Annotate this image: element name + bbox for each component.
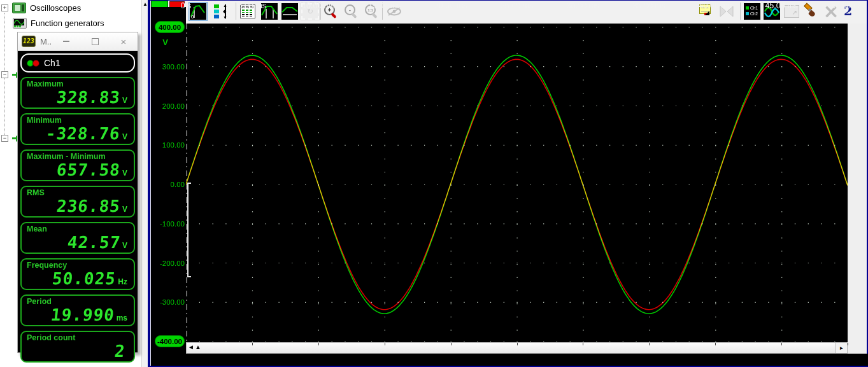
scrollbar-grid-tick bbox=[781, 343, 782, 345]
scrollbar-grid-tick bbox=[252, 343, 253, 345]
y-axis-tick-label: -200.00 bbox=[153, 260, 185, 267]
maximize-button[interactable] bbox=[90, 36, 100, 46]
measurement-value: 19.990 bbox=[50, 305, 115, 324]
measurement-label: Frequency bbox=[27, 261, 129, 270]
collapse-icon[interactable]: − bbox=[1, 135, 8, 142]
measurement-value: 50.025 bbox=[52, 269, 117, 288]
measurement-value-row: 328.83V bbox=[57, 88, 127, 107]
scrollbar-grid-tick bbox=[318, 343, 319, 345]
trigger-position-marker-icon[interactable]: ▲ bbox=[195, 343, 201, 350]
measurement-label: Mean bbox=[27, 225, 129, 233]
measurement-value-row: 236.85V bbox=[57, 197, 127, 216]
red-led-icon bbox=[32, 60, 39, 67]
x-axis-tick-label: 35.00 ms bbox=[620, 1, 678, 10]
x-axis-tick-label: 40.00 ms bbox=[687, 1, 744, 10]
measurement-value: 328.83 bbox=[55, 88, 121, 107]
measurement-value: 236.85 bbox=[55, 197, 121, 216]
x-axis-tick-label: 30.00 ms bbox=[554, 1, 611, 10]
x-axis-tick-label: 10.00 ms bbox=[290, 1, 347, 10]
plot-area[interactable] bbox=[186, 24, 848, 342]
y-axis-unit: V bbox=[151, 38, 180, 47]
measurement-block: Maximum 328.83V bbox=[20, 77, 135, 109]
oscilloscope-icon bbox=[12, 3, 26, 13]
window-border bbox=[148, 0, 868, 1]
scrollbar-grid-tick bbox=[649, 343, 650, 345]
x-axis-tick-label: 0 s bbox=[157, 1, 215, 10]
grid-dots bbox=[199, 27, 848, 342]
measurement-unit: Hz bbox=[118, 277, 127, 286]
scrollbar-grid-tick bbox=[517, 343, 518, 345]
x-axis-tick-label: 50.00 ms bbox=[819, 1, 868, 10]
measurement-value-row: 2 bbox=[115, 342, 127, 361]
minimize-button[interactable] bbox=[61, 36, 71, 46]
expand-icon[interactable]: + bbox=[1, 4, 8, 11]
x-axis-tick-label: 20.00 ms bbox=[422, 1, 480, 10]
measurement-block: Period 19.990ms bbox=[20, 294, 135, 326]
y-axis-tick-label: 100.00 bbox=[153, 141, 185, 149]
close-button[interactable]: × bbox=[118, 36, 129, 46]
app-window: + Oscilloscopes Function generators − − … bbox=[0, 0, 868, 367]
measurement-label: Maximum bbox=[27, 80, 129, 88]
scrollbar-grid-tick bbox=[848, 343, 848, 345]
measurement-block: Maximum - Minimum 657.58V bbox=[20, 149, 135, 181]
graph-window: 0 ▲ ◆ ▼ bbox=[148, 0, 868, 367]
scroll-right-icon[interactable]: ► bbox=[836, 343, 847, 353]
channel-name: Ch1 bbox=[44, 58, 60, 68]
measurement-unit: V bbox=[122, 96, 127, 105]
meter-body: Ch1 Maximum 328.83V Minimum -328.76V Max… bbox=[18, 51, 138, 363]
meter-window-title: M.. bbox=[40, 37, 52, 46]
channel-header: Ch1 bbox=[20, 53, 135, 73]
collapse-icon[interactable]: − bbox=[1, 71, 8, 78]
measurement-label: Period bbox=[27, 297, 129, 306]
x-axis-tick-label: 45.00 ms bbox=[753, 1, 810, 10]
scrollbar-grid-tick bbox=[385, 343, 385, 345]
y-axis-tick-label: -100.00 bbox=[153, 220, 185, 228]
measurement-block: RMS 236.85V bbox=[20, 186, 135, 218]
measurement-unit: V bbox=[122, 132, 127, 141]
measurement-unit: V bbox=[122, 169, 127, 177]
measurement-block: Mean 42.57V bbox=[20, 222, 135, 254]
measurement-unit: ms bbox=[117, 314, 127, 322]
scrollbar-grid-tick bbox=[451, 343, 452, 345]
tree-item-label[interactable]: Oscilloscopes bbox=[30, 3, 81, 13]
y-axis-tick-label: 200.00 bbox=[153, 102, 185, 110]
scrollbar-grid-tick bbox=[583, 343, 583, 345]
window-border bbox=[148, 0, 150, 367]
time-scrollbar[interactable]: ◄ ▲ ► bbox=[186, 342, 848, 354]
measurement-value-row: 50.025Hz bbox=[52, 269, 127, 288]
tree-item-oscilloscopes[interactable]: + Oscilloscopes bbox=[1, 3, 81, 13]
measurement-value: 2 bbox=[114, 342, 127, 361]
measurement-unit: V bbox=[122, 241, 127, 250]
function-generator-icon bbox=[13, 18, 27, 29]
meter-123-icon: 123 bbox=[22, 36, 36, 47]
trigger-left-marker-icon[interactable]: ◄ bbox=[188, 343, 194, 350]
measurement-block: Minimum -328.76V bbox=[20, 113, 135, 145]
x-axis-tick-label: 25.00 ms bbox=[488, 1, 546, 10]
meter-titlebar[interactable]: 123 M.. × bbox=[18, 32, 138, 51]
measurement-block: Period count 2 bbox=[20, 331, 135, 363]
tree-item-label[interactable]: Function generators bbox=[31, 18, 104, 28]
measurement-label: Maximum - Minimum bbox=[27, 152, 129, 161]
measurement-value-row: 42.57V bbox=[68, 233, 127, 252]
measurement-value-row: 657.58V bbox=[57, 160, 127, 179]
measurement-label: Minimum bbox=[27, 116, 129, 125]
measurement-value-row: 19.990ms bbox=[51, 305, 127, 324]
measurement-value: 42.57 bbox=[66, 233, 121, 252]
svg-text:0: 0 bbox=[191, 14, 194, 20]
measurement-value: 657.58 bbox=[55, 160, 121, 179]
measurement-value-row: -328.76V bbox=[46, 124, 127, 143]
scrollbar-grid-tick bbox=[715, 343, 716, 345]
y-axis-tick-label: -300.00 bbox=[153, 298, 185, 306]
measurement-label: RMS bbox=[27, 188, 129, 197]
measurement-value: -328.76 bbox=[45, 124, 122, 143]
tree-item-function-generators[interactable]: Function generators bbox=[13, 18, 104, 29]
y-axis-max-badge: 400.00 bbox=[155, 21, 185, 33]
channel-range-bracket[interactable] bbox=[188, 183, 191, 277]
plot-right-margin bbox=[848, 24, 867, 354]
meter-window: 123 M.. × Ch1 Maximum 328.83V Minimum -3… bbox=[17, 32, 138, 353]
x-axis-band bbox=[151, 354, 868, 366]
x-axis-tick-label: 15.00 ms bbox=[356, 1, 413, 10]
y-axis-min-badge: -400.00 bbox=[155, 335, 185, 347]
x-axis-tick-label: 5.00 ms bbox=[224, 1, 281, 10]
y-axis-tick-label: 0.00 bbox=[153, 181, 185, 188]
